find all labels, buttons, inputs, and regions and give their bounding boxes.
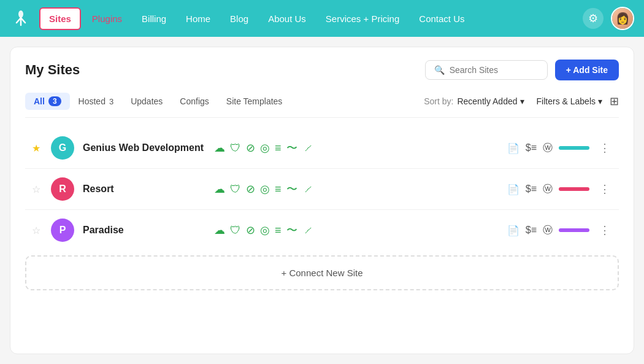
- site-row-resort: ☆ R Resort ☁ 🛡 ⊘ ◎ ≡ 〜 ⟋ 📄 $≡ ⓦ ⋮: [25, 169, 619, 210]
- filter-configs-label: Configs: [180, 96, 209, 106]
- logo-icon[interactable]: [10, 7, 32, 29]
- site-actions-paradise: 📄 $≡ ⓦ ⋮: [507, 221, 614, 239]
- pages-icon-paradise[interactable]: 📄: [507, 225, 519, 236]
- uptime-icon-genius[interactable]: 🛡: [230, 142, 241, 155]
- nav-blog[interactable]: Blog: [221, 9, 257, 29]
- nav-services[interactable]: Services + Pricing: [317, 9, 408, 29]
- all-badge: 3: [48, 96, 61, 106]
- wp-icon-paradise[interactable]: ⓦ: [543, 224, 553, 237]
- sort-area: Sort by: Recently Added ▾: [424, 96, 524, 106]
- uptime-icon-resort[interactable]: 🛡: [230, 183, 241, 196]
- connect-label: + Connect New Site: [282, 268, 363, 278]
- avatar-genius: G: [51, 136, 74, 160]
- cache-icon-paradise[interactable]: ◎: [260, 223, 270, 237]
- filter-all-label: All: [34, 96, 45, 106]
- add-site-button[interactable]: + Add Site: [555, 60, 619, 80]
- site-row-genius: ★ G Genius Web Development ☁ 🛡 ⊘ ◎ ≡ 〜 ⟋…: [25, 128, 619, 169]
- cdn-icon-genius[interactable]: ≡: [275, 142, 282, 155]
- more-menu-resort[interactable]: ⋮: [596, 180, 614, 198]
- cache-icon-resort[interactable]: ◎: [260, 182, 270, 196]
- site-icons-resort: ☁ 🛡 ⊘ ◎ ≡ 〜 ⟋: [214, 182, 499, 196]
- navbar: Sites Plugins Billing Home Blog About Us…: [0, 0, 644, 37]
- filter-updates[interactable]: Updates: [122, 93, 171, 110]
- star-resort[interactable]: ☆: [30, 184, 42, 195]
- billing-icon-genius[interactable]: $≡: [526, 142, 537, 153]
- filter-configs[interactable]: Configs: [171, 93, 217, 110]
- connect-new-site[interactable]: + Connect New Site: [25, 255, 619, 290]
- filter-templates-label: Site Templates: [226, 96, 283, 106]
- page-title: My Sites: [25, 62, 80, 78]
- site-row-paradise: ☆ P Paradise ☁ 🛡 ⊘ ◎ ≡ 〜 ⟋ 📄 $≡ ⓦ ⋮: [25, 210, 619, 250]
- search-icon: 🔍: [434, 65, 445, 75]
- site-icons-genius: ☁ 🛡 ⊘ ◎ ≡ 〜 ⟋: [214, 141, 499, 155]
- site-name-resort: Resort: [83, 184, 205, 195]
- wp-icon-resort[interactable]: ⓦ: [543, 183, 553, 196]
- svg-point-0: [18, 10, 23, 18]
- uptime-icon-paradise[interactable]: 🛡: [230, 224, 241, 237]
- pages-icon-resort[interactable]: 📄: [507, 184, 519, 195]
- filter-hosted-label: Hosted: [79, 96, 105, 106]
- sites-list: ★ G Genius Web Development ☁ 🛡 ⊘ ◎ ≡ 〜 ⟋…: [25, 128, 619, 250]
- grid-view-icon[interactable]: ⊞: [610, 95, 619, 108]
- security-icon-genius[interactable]: ⊘: [246, 141, 255, 155]
- search-add-area: 🔍 + Add Site: [425, 60, 619, 80]
- security-icon-resort[interactable]: ⊘: [246, 182, 255, 196]
- star-paradise[interactable]: ☆: [30, 225, 42, 236]
- cloud-icon-genius[interactable]: ☁: [214, 141, 225, 155]
- avatar-image: 👩: [612, 8, 633, 29]
- more-menu-genius[interactable]: ⋮: [596, 139, 614, 157]
- search-input[interactable]: [450, 65, 539, 75]
- filter-all[interactable]: All 3: [25, 93, 70, 110]
- site-bar-resort[interactable]: [559, 187, 589, 191]
- filters-labels-btn[interactable]: Filters & Labels ▾: [537, 96, 602, 106]
- avatar-resort: R: [51, 177, 74, 201]
- cdn-icon-paradise[interactable]: ≡: [275, 224, 282, 237]
- filter-templates[interactable]: Site Templates: [218, 93, 291, 110]
- wp-icon-genius[interactable]: ⓦ: [543, 142, 553, 155]
- filter-updates-label: Updates: [131, 96, 163, 106]
- nav-contact[interactable]: Contact Us: [410, 9, 473, 29]
- nav-billing[interactable]: Billing: [133, 9, 175, 29]
- hosted-count: 3: [109, 97, 113, 106]
- filters-labels-text: Filters & Labels: [537, 96, 596, 106]
- pages-icon-genius[interactable]: 📄: [507, 142, 519, 154]
- settings-icon[interactable]: ⚙: [583, 8, 604, 29]
- site-name-genius: Genius Web Development: [83, 142, 205, 153]
- site-bar-paradise[interactable]: [559, 228, 589, 232]
- search-box[interactable]: 🔍: [425, 60, 548, 80]
- nav-sites[interactable]: Sites: [39, 7, 81, 30]
- site-bar-genius[interactable]: [559, 146, 589, 150]
- site-icons-paradise: ☁ 🛡 ⊘ ◎ ≡ 〜 ⟋: [214, 223, 499, 238]
- nav-about[interactable]: About Us: [259, 9, 315, 29]
- cloud-icon-paradise[interactable]: ☁: [214, 223, 225, 237]
- more-menu-paradise[interactable]: ⋮: [596, 221, 614, 239]
- sort-value: Recently Added: [457, 96, 517, 106]
- main-content: My Sites 🔍 + Add Site All 3 Hosted 3 Upd…: [10, 47, 634, 354]
- filter-hosted[interactable]: Hosted 3: [70, 93, 123, 110]
- monitor-icon-genius[interactable]: 〜: [286, 141, 297, 155]
- site-actions-genius: 📄 $≡ ⓦ ⋮: [507, 139, 614, 157]
- site-name-paradise: Paradise: [83, 225, 205, 236]
- security-icon-paradise[interactable]: ⊘: [246, 223, 255, 237]
- sort-select[interactable]: Recently Added ▾: [457, 96, 524, 106]
- analytics-icon-resort[interactable]: ⟋: [302, 183, 313, 196]
- monitor-icon-resort[interactable]: 〜: [286, 182, 297, 196]
- analytics-icon-genius[interactable]: ⟋: [302, 142, 313, 155]
- cdn-icon-resort[interactable]: ≡: [275, 183, 282, 196]
- sort-label: Sort by:: [424, 96, 453, 106]
- cloud-icon-resort[interactable]: ☁: [214, 182, 225, 196]
- monitor-icon-paradise[interactable]: 〜: [286, 223, 297, 238]
- nav-plugins[interactable]: Plugins: [83, 9, 131, 29]
- site-actions-resort: 📄 $≡ ⓦ ⋮: [507, 180, 614, 198]
- nav-home[interactable]: Home: [177, 9, 219, 29]
- billing-icon-resort[interactable]: $≡: [526, 184, 537, 195]
- billing-icon-paradise[interactable]: $≡: [526, 225, 537, 236]
- analytics-icon-paradise[interactable]: ⟋: [302, 224, 313, 237]
- star-genius[interactable]: ★: [30, 142, 42, 154]
- sort-chevron-icon: ▾: [520, 96, 524, 106]
- cache-icon-genius[interactable]: ◎: [260, 141, 270, 155]
- filter-bar: All 3 Hosted 3 Updates Configs Site Temp…: [25, 93, 619, 118]
- filters-chevron-icon: ▾: [598, 96, 602, 106]
- avatar-paradise: P: [51, 219, 74, 242]
- avatar[interactable]: 👩: [611, 7, 634, 30]
